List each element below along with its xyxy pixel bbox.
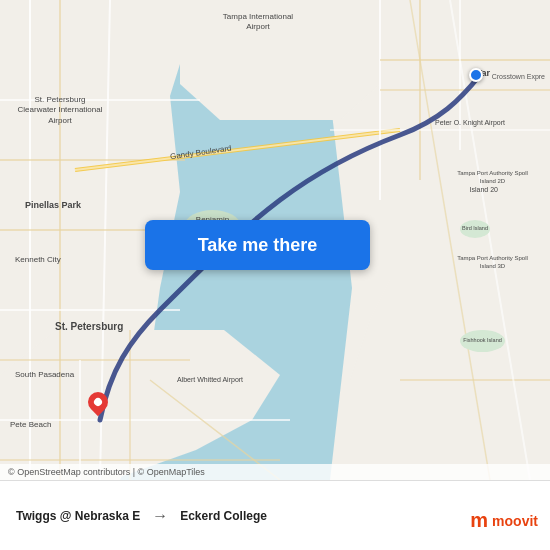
st-petersburg-label: St. Petersburg	[55, 320, 123, 333]
pete-beach-label: Pete Beach	[10, 420, 51, 430]
moovit-m-icon: m	[470, 509, 488, 532]
tampa-airport-label: Tampa International Airport	[218, 12, 298, 33]
south-pasadena-label: South Pasadena	[15, 370, 74, 380]
bottom-bar: Twiggs @ Nebraska E → Eckerd College m m…	[0, 480, 550, 550]
stpete-clearwater-label: St. Petersburg Clearwater International …	[15, 95, 105, 126]
crosstown-label: Crosstown Expre	[492, 72, 545, 81]
land-bottom-right	[350, 280, 550, 480]
route-to: Eckerd College	[180, 509, 267, 523]
take-me-there-label: Take me there	[198, 235, 318, 256]
moovit-logo: m moovit	[470, 509, 538, 532]
moovit-brand-text: moovit	[492, 513, 538, 529]
tampa-port-2d-label: Tampa Port Authority Spoll Island 2D	[455, 170, 530, 186]
land-bottom-left	[0, 330, 280, 480]
kenneth-city-label: Kenneth City	[15, 255, 61, 265]
peter-knight-label: Peter O. Knight Airport	[430, 118, 510, 127]
start-marker	[469, 68, 483, 82]
take-me-there-button[interactable]: Take me there	[145, 220, 370, 270]
map-container: Gandy Boulevard Benjamin Island Bird Isl…	[0, 0, 550, 480]
bird-island: Bird Island	[460, 220, 490, 238]
fishhook-island: Fishhook Island	[460, 330, 505, 352]
route-arrow-icon: →	[152, 507, 168, 525]
island-20-label: Island 20	[470, 185, 498, 194]
pinellas-park-label: Pinellas Park	[25, 200, 81, 212]
end-marker	[88, 392, 108, 420]
tampa-port-3d-label: Tampa Port Authority Spoll Island 3D	[455, 255, 530, 271]
route-from: Twiggs @ Nebraska E	[16, 509, 140, 523]
end-marker-pin	[84, 388, 112, 416]
gandy-label: Gandy Boulevard	[170, 144, 233, 163]
map-attribution: © OpenStreetMap contributors | © OpenMap…	[0, 464, 550, 480]
albert-whitted-label: Albert Whitted Airport	[175, 375, 245, 384]
